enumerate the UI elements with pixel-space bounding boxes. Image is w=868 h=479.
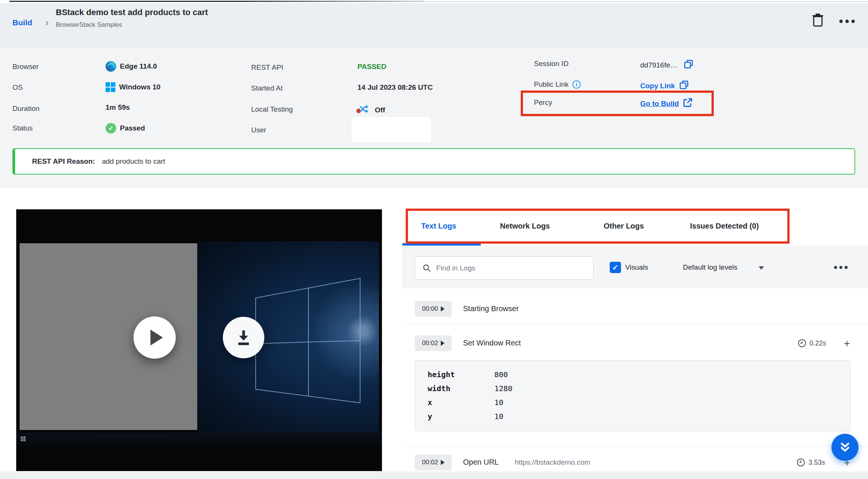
bottom-page-strip <box>0 471 868 479</box>
timestamp-text: 00:02 <box>422 459 438 466</box>
windows-start-icon <box>21 436 26 441</box>
meta-label-started-at: Started At <box>251 84 282 92</box>
breadcrumb-chevron-icon: › <box>45 17 49 29</box>
logs-filter-row: ✓ Visuals Default log levels <box>402 246 868 289</box>
top-edge-line <box>9 1 424 2</box>
log-timestamp-badge[interactable]: 00:02 <box>415 454 452 470</box>
video-play-button[interactable] <box>133 316 176 359</box>
status-passed-icon: ✓ <box>106 123 116 134</box>
meta-value-browser: Edge 114.0 <box>106 61 157 72</box>
session-video-player <box>16 209 382 471</box>
meta-value-rest-api: PASSED <box>357 63 386 71</box>
code-pair: height800 <box>428 370 850 384</box>
play-from-here-icon <box>441 341 445 346</box>
log-entry-code-block: height800 width1280 x10 y10 <box>415 360 851 431</box>
chevron-down-icon <box>759 266 764 270</box>
meta-label-status: Status <box>12 124 33 132</box>
timestamp-text: 00:02 <box>422 339 438 347</box>
meta-value-local-testing: Off <box>356 104 385 116</box>
log-timestamp-badge[interactable]: 00:02 <box>415 335 452 351</box>
play-from-here-icon <box>441 306 445 312</box>
rest-api-reason-banner: REST API Reason: add products to cart <box>12 148 855 175</box>
rest-api-reason-value: add products to cart <box>102 157 165 166</box>
log-entry-title: Set Window Rect <box>463 339 521 347</box>
header-more-menu-button[interactable] <box>839 20 855 23</box>
visuals-checkbox[interactable]: ✓ <box>610 262 621 273</box>
external-link-icon[interactable] <box>682 97 693 110</box>
local-testing-shuffle-icon <box>356 104 371 116</box>
page-subtitle: BrowserStack Samples <box>56 21 122 29</box>
meta-label-local-testing: Local Testing <box>251 105 293 114</box>
delete-session-button[interactable] <box>811 13 824 27</box>
edge-browser-icon <box>106 61 116 72</box>
meta-label-browser: Browser <box>12 63 39 71</box>
tab-network-logs[interactable]: Network Logs <box>500 222 550 230</box>
search-icon <box>423 264 431 272</box>
video-download-button[interactable] <box>223 317 264 358</box>
meta-value-os: Windows 10 <box>106 82 161 92</box>
user-value-redacted <box>351 117 431 143</box>
meta-value-duration: 1m 59s <box>106 103 130 112</box>
play-icon <box>150 330 163 345</box>
meta-label-duration: Duration <box>12 104 40 113</box>
copy-link-icon[interactable] <box>679 80 689 92</box>
visuals-label: Visuals <box>625 263 648 272</box>
meta-label-public-link: Public Link i <box>534 80 581 89</box>
log-entry-title: Starting Browser <box>463 304 519 313</box>
log-entry-duration: 0.22s <box>797 339 826 348</box>
clock-icon <box>796 458 805 467</box>
page-title: BStack demo test add products to cart <box>56 8 208 17</box>
copy-session-id-icon[interactable] <box>683 59 694 71</box>
copy-link-button[interactable]: Copy Link <box>640 82 675 90</box>
go-to-build-link[interactable]: Go to Build <box>640 100 679 108</box>
meta-value-session-id: dd7916fe… <box>640 59 694 71</box>
timestamp-text: 00:00 <box>422 305 438 313</box>
tab-issues-detected[interactable]: Issues Detected (0) <box>690 222 759 230</box>
trash-icon <box>811 13 824 27</box>
clock-icon <box>797 339 807 348</box>
public-link-info-icon[interactable]: i <box>572 80 581 89</box>
log-timestamp-badge[interactable]: 00:00 <box>415 301 452 317</box>
meta-value-percy: Go to Build <box>640 97 693 110</box>
meta-value-public-link: Copy Link <box>640 80 689 92</box>
meta-label-rest-api: REST API <box>251 63 283 72</box>
code-pair: x10 <box>428 398 850 412</box>
log-levels-dropdown[interactable]: Default log levels <box>683 263 738 272</box>
expand-log-entry-button[interactable]: + <box>844 338 850 349</box>
log-entry-duration: 3.53s <box>796 458 825 467</box>
log-divider <box>402 324 868 325</box>
log-entry-url: https://bstackdemo.com <box>515 458 590 467</box>
windows-icon <box>106 82 115 92</box>
meta-label-os: OS <box>12 83 23 92</box>
top-edge-line-light <box>424 1 868 2</box>
meta-value-started-at: 14 Jul 2023 08:26 UTC <box>357 83 433 92</box>
tab-text-logs[interactable]: Text Logs <box>421 222 456 230</box>
download-icon <box>236 329 252 346</box>
double-chevron-down-icon <box>839 441 851 454</box>
meta-label-session-id: Session ID <box>534 60 569 68</box>
search-input[interactable] <box>436 264 580 272</box>
breadcrumb-build-link[interactable]: Build <box>12 18 32 27</box>
meta-label-percy: Percy <box>534 98 552 107</box>
meta-value-status: ✓ Passed <box>106 123 145 134</box>
tab-other-logs[interactable]: Other Logs <box>604 222 644 230</box>
play-from-here-icon <box>441 460 445 465</box>
log-entry-title: Open URL <box>463 458 499 467</box>
video-taskbar <box>16 433 382 447</box>
find-in-logs-search[interactable] <box>415 256 593 280</box>
scroll-to-bottom-button[interactable] <box>831 434 859 461</box>
logs-more-menu-button[interactable] <box>834 266 848 269</box>
tab-bar-border <box>402 246 868 246</box>
code-pair: width1280 <box>428 384 850 398</box>
meta-label-user: User <box>251 126 266 134</box>
log-divider <box>402 446 868 446</box>
rest-api-reason-label: REST API Reason: <box>32 157 95 166</box>
code-pair: y10 <box>428 412 850 426</box>
